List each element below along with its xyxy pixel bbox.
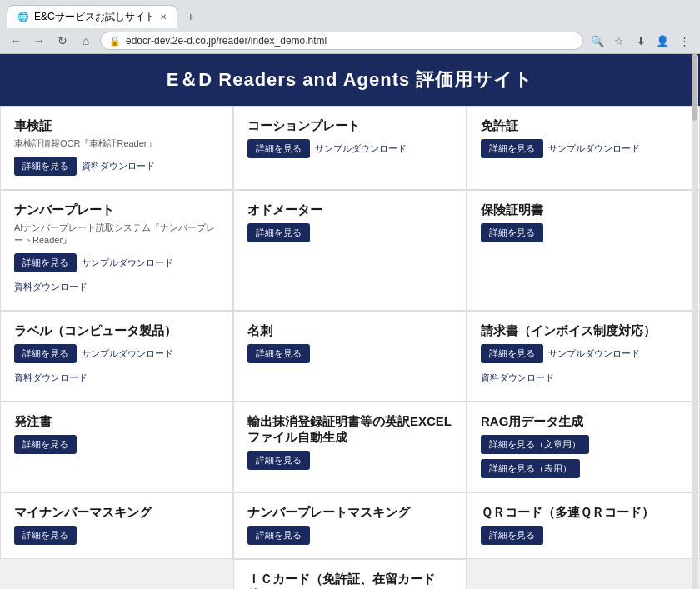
url-bar[interactable]: 🔒 edocr-dev.2e-d.co.jp/reader/index_demo…: [100, 32, 583, 50]
card-empty-right: [467, 559, 700, 589]
label-detail-button[interactable]: 詳細を見る: [14, 344, 77, 363]
card-seikyusho-title: 請求書（インボイス制度対応）: [481, 323, 686, 339]
card-meishi-title: 名刺: [248, 323, 452, 339]
menkyo-detail-button[interactable]: 詳細を見る: [481, 139, 543, 158]
back-button[interactable]: ←: [7, 32, 25, 50]
card-number-plate-subtitle: AIナンバープレート読取システム『ナンバープレートReader』: [14, 222, 219, 247]
menu-button[interactable]: ⋮: [675, 32, 693, 50]
card-odometer: オドメーター 詳細を見る: [233, 190, 467, 311]
seikyusho-download-link[interactable]: 資料ダウンロード: [481, 368, 554, 387]
page-title: E＆D Readers and Agents 評価用サイト: [0, 54, 700, 106]
card-empty-left: [0, 559, 233, 589]
seikyusho-detail-button[interactable]: 詳細を見る: [481, 344, 543, 363]
card-hanchusho-title: 発注書: [14, 414, 219, 430]
card-rag-title: RAG用データ生成: [481, 414, 686, 430]
odometer-detail-button[interactable]: 詳細を見る: [248, 223, 310, 242]
card-seikyusho: 請求書（インボイス制度対応） 詳細を見る サンプルダウンロード 資料ダウンロード: [467, 311, 700, 402]
card-cushion-title: コーションプレート: [248, 118, 452, 134]
label-sample-link[interactable]: サンプルダウンロード: [82, 344, 173, 363]
card-number-plate-title: ナンバープレート: [14, 202, 219, 218]
card-eiyaku-title: 輸出抹消登録証明書等の英訳EXCELファイル自動生成: [248, 414, 452, 446]
meishi-detail-button[interactable]: 詳細を見る: [248, 344, 310, 363]
shaken-detail-button[interactable]: 詳細を見る: [14, 157, 77, 176]
number-plate-sample-link[interactable]: サンプルダウンロード: [82, 253, 173, 272]
menkyo-sample-link[interactable]: サンプルダウンロード: [548, 139, 640, 158]
number-plate-download-link[interactable]: 資料ダウンロード: [14, 277, 88, 297]
card-shaken: 車検証 車検証情報OCR『車検証Reader』 詳細を見る 資料ダウンロード: [0, 106, 233, 190]
card-menkyo: 免許証 詳細を見る サンプルダウンロード: [467, 106, 700, 190]
card-menkyo-title: 免許証: [481, 118, 686, 134]
card-ic-card: ＩＣカード（免許証、在留カード他） 詳細を見る: [233, 559, 467, 589]
eiyaku-detail-button[interactable]: 詳細を見る: [248, 451, 310, 470]
active-tab[interactable]: 🌐 E&Cサービスお試しサイト ✕: [7, 5, 178, 28]
home-button[interactable]: ⌂: [77, 32, 95, 50]
qr-detail-button[interactable]: 詳細を見る: [481, 526, 543, 545]
card-qr-title: ＱＲコード（多連ＱＲコード）: [481, 505, 686, 521]
card-hoken-title: 保険証明書: [481, 202, 686, 218]
download-button[interactable]: ⬇: [632, 32, 650, 50]
seikyusho-sample-link[interactable]: サンプルダウンロード: [548, 344, 640, 363]
card-mynumber-masking-title: マイナンバーマスキング: [14, 505, 219, 521]
card-cushion: コーションプレート 詳細を見る サンプルダウンロード: [233, 106, 467, 190]
card-hoken: 保険証明書 詳細を見る: [467, 190, 700, 311]
forward-button[interactable]: →: [30, 32, 48, 50]
card-number-plate: ナンバープレート AIナンバープレート読取システム『ナンバープレートReader…: [0, 190, 233, 311]
tab-favicon: 🌐: [18, 12, 29, 22]
shaken-download-link[interactable]: 資料ダウンロード: [82, 157, 155, 176]
rag-detail-hyo-button[interactable]: 詳細を見る（表用）: [481, 459, 580, 478]
tab-title: E&Cサービスお試しサイト: [34, 10, 155, 24]
lock-icon: 🔒: [109, 36, 121, 47]
url-text: edocr-dev.2e-d.co.jp/reader/index_demo.h…: [126, 35, 327, 47]
bookmark-button[interactable]: ☆: [610, 32, 628, 50]
card-ic-card-title: ＩＣカード（免許証、在留カード他）: [248, 572, 452, 589]
card-label-title: ラベル（コンピュータ製品）: [14, 323, 219, 339]
cushion-sample-link[interactable]: サンプルダウンロード: [315, 139, 407, 158]
cushion-detail-button[interactable]: 詳細を見る: [248, 139, 310, 158]
card-mynumber-masking: マイナンバーマスキング 詳細を見る: [0, 492, 233, 559]
plate-masking-detail-button[interactable]: 詳細を見る: [248, 526, 310, 545]
card-odometer-title: オドメーター: [248, 202, 452, 218]
card-meishi: 名刺 詳細を見る: [233, 311, 467, 402]
card-qr: ＱＲコード（多連ＱＲコード） 詳細を見る: [467, 492, 700, 559]
hoken-detail-button[interactable]: 詳細を見る: [481, 223, 543, 242]
hanchusho-detail-button[interactable]: 詳細を見る: [14, 435, 77, 454]
card-hanchusho: 発注書 詳細を見る: [0, 402, 233, 492]
card-shaken-title: 車検証: [14, 118, 219, 134]
scrollbar[interactable]: [692, 54, 697, 121]
refresh-button[interactable]: ↻: [53, 32, 72, 50]
new-tab-button[interactable]: +: [181, 6, 201, 27]
card-label: ラベル（コンピュータ製品） 詳細を見る サンプルダウンロード 資料ダウンロード: [0, 311, 233, 402]
mynumber-masking-detail-button[interactable]: 詳細を見る: [14, 526, 77, 545]
card-eiyaku: 輸出抹消登録証明書等の英訳EXCELファイル自動生成 詳細を見る: [233, 402, 467, 492]
rag-detail-bun-button[interactable]: 詳細を見る（文章用）: [481, 435, 589, 454]
card-plate-masking-title: ナンバープレートマスキング: [248, 505, 452, 521]
card-shaken-subtitle: 車検証情報OCR『車検証Reader』: [14, 137, 219, 150]
card-plate-masking: ナンバープレートマスキング 詳細を見る: [233, 492, 467, 559]
number-plate-detail-button[interactable]: 詳細を見る: [14, 253, 77, 272]
tab-close-button[interactable]: ✕: [160, 12, 167, 22]
label-download-link[interactable]: 資料ダウンロード: [14, 368, 88, 387]
card-rag: RAG用データ生成 詳細を見る（文章用） 詳細を見る（表用）: [467, 402, 700, 492]
search-button[interactable]: 🔍: [588, 32, 607, 50]
profile-button[interactable]: 👤: [653, 32, 672, 50]
